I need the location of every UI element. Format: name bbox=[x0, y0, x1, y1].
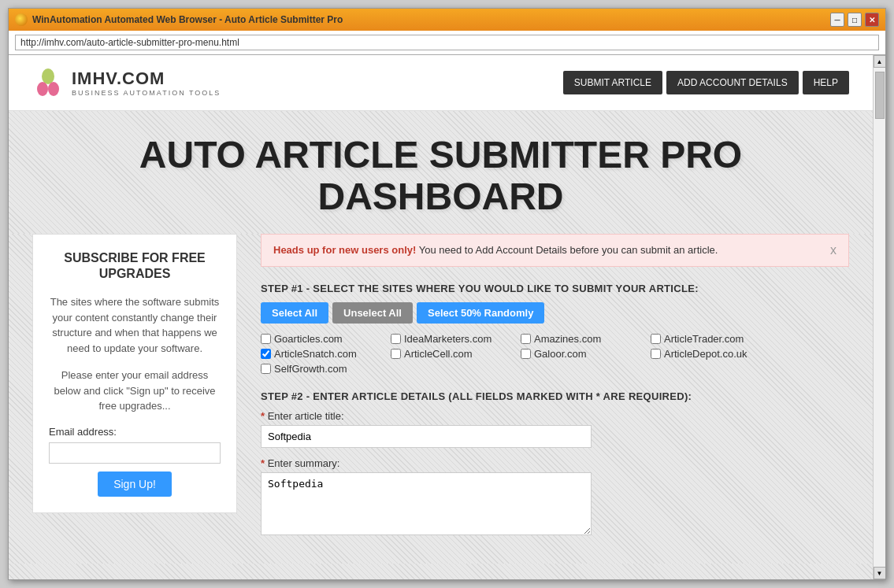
window-controls: ─ □ ✕ bbox=[830, 13, 879, 27]
main-layout: SUBSCRIBE FOR FREE UPGRADES The sites wh… bbox=[9, 234, 873, 564]
site-label-6: Galoor.com bbox=[534, 348, 586, 360]
address-input[interactable] bbox=[15, 35, 879, 50]
alert-bold: Heads up for new users only! bbox=[273, 244, 416, 256]
site-item: ArticleSnatch.com bbox=[261, 348, 379, 360]
site-label-7: ArticleDepot.co.uk bbox=[664, 348, 747, 360]
email-label: Email address: bbox=[49, 426, 221, 438]
site-label-5: ArticleCell.com bbox=[404, 348, 473, 360]
title-bar-left: WinAutomation Automated Web Browser - Au… bbox=[15, 13, 343, 26]
svg-point-0 bbox=[42, 68, 54, 84]
site-selection-buttons: Select All Unselect All Select 50% Rando… bbox=[261, 302, 849, 324]
step2-section: STEP #2 - ENTER ARTICLE DETAILS (ALL FIE… bbox=[261, 390, 849, 538]
step2-title: STEP #2 - ENTER ARTICLE DETAILS (ALL FIE… bbox=[261, 390, 849, 402]
site-item: SelfGrowth.com bbox=[261, 363, 379, 375]
address-bar bbox=[9, 31, 885, 55]
help-button[interactable]: HELP bbox=[803, 71, 849, 94]
site-item: ArticleCell.com bbox=[391, 348, 509, 360]
article-title-input[interactable] bbox=[261, 425, 592, 448]
sites-grid: Goarticles.comIdeaMarketers.comAmazines.… bbox=[261, 333, 849, 375]
site-label-1: IdeaMarketers.com bbox=[404, 333, 492, 345]
svg-point-1 bbox=[37, 82, 48, 96]
main-content-area: Heads up for new users only! You need to… bbox=[261, 234, 849, 548]
site-label-4: ArticleSnatch.com bbox=[274, 348, 357, 360]
article-summary-textarea[interactable] bbox=[261, 472, 592, 535]
site-item: ArticleDepot.co.uk bbox=[651, 348, 769, 360]
subscribe-text: The sites where the software submits you… bbox=[49, 294, 221, 356]
alert-text: Heads up for new users only! You need to… bbox=[273, 244, 718, 256]
browser-window: WinAutomation Automated Web Browser - Au… bbox=[8, 8, 886, 580]
article-title-group: * Enter article title: bbox=[261, 410, 849, 448]
site-checkbox-7[interactable] bbox=[651, 349, 661, 359]
site-item: ArticleTrader.com bbox=[651, 333, 769, 345]
site-item: Galoor.com bbox=[521, 348, 639, 360]
site-item: Amazines.com bbox=[521, 333, 639, 345]
logo-brand: IMHV.COM bbox=[72, 68, 221, 89]
site-checkbox-1[interactable] bbox=[391, 334, 401, 344]
logo-icon bbox=[32, 67, 64, 98]
site-checkbox-2[interactable] bbox=[521, 334, 531, 344]
app-icon bbox=[15, 13, 28, 26]
unselect-all-button[interactable]: Unselect All bbox=[332, 302, 413, 324]
select-50-button[interactable]: Select 50% Randomly bbox=[417, 302, 544, 324]
browser-content: IMHV.COM BUSINESS AUTOMATION TOOLS SUBMI… bbox=[9, 55, 885, 579]
alert-close-button[interactable]: x bbox=[830, 244, 837, 257]
required-star: * bbox=[261, 410, 265, 422]
alert-box: Heads up for new users only! You need to… bbox=[261, 234, 849, 267]
article-summary-label: * Enter summary: bbox=[261, 457, 849, 469]
email-input[interactable] bbox=[49, 442, 221, 464]
article-title-label: * Enter article title: bbox=[261, 410, 849, 422]
scrollbar[interactable]: ▲ ▼ bbox=[873, 55, 885, 579]
subscribe-title: SUBSCRIBE FOR FREE UPGRADES bbox=[49, 250, 221, 283]
scroll-up-button[interactable]: ▲ bbox=[874, 55, 886, 68]
site-item: Goarticles.com bbox=[261, 333, 379, 345]
site-checkbox-6[interactable] bbox=[521, 349, 531, 359]
site-item: IdeaMarketers.com bbox=[391, 333, 509, 345]
title-bar: WinAutomation Automated Web Browser - Au… bbox=[9, 9, 885, 31]
window-title: WinAutomation Automated Web Browser - Au… bbox=[32, 14, 343, 25]
page-title: AUTO ARTICLE SUBMITTER PRO DASHBOARD bbox=[24, 135, 857, 218]
close-button[interactable]: ✕ bbox=[865, 13, 879, 27]
subscribe-text2: Please enter your email address below an… bbox=[49, 368, 221, 414]
maximize-button[interactable]: □ bbox=[848, 13, 862, 27]
site-checkbox-4[interactable] bbox=[261, 349, 271, 359]
site-checkbox-8[interactable] bbox=[261, 364, 271, 374]
subscribe-box: SUBSCRIBE FOR FREE UPGRADES The sites wh… bbox=[32, 234, 237, 513]
site-checkbox-5[interactable] bbox=[391, 349, 401, 359]
scroll-down-button[interactable]: ▼ bbox=[874, 567, 886, 579]
alert-message: You need to Add Account Details before y… bbox=[416, 244, 718, 256]
select-all-button[interactable]: Select All bbox=[261, 302, 328, 324]
site-label-3: ArticleTrader.com bbox=[664, 333, 744, 345]
minimize-button[interactable]: ─ bbox=[830, 13, 844, 27]
step1-section: STEP #1 - SELECT THE SITES WHERE YOU WOU… bbox=[261, 283, 849, 375]
site-checkbox-0[interactable] bbox=[261, 334, 271, 344]
site-checkbox-3[interactable] bbox=[651, 334, 661, 344]
logo-tagline: BUSINESS AUTOMATION TOOLS bbox=[72, 89, 221, 97]
sidebar: SUBSCRIBE FOR FREE UPGRADES The sites wh… bbox=[32, 234, 261, 548]
logo-area: IMHV.COM BUSINESS AUTOMATION TOOLS bbox=[32, 67, 221, 98]
scroll-thumb[interactable] bbox=[875, 72, 885, 119]
add-account-button[interactable]: ADD ACCOUNT DETAILS bbox=[666, 71, 799, 94]
signup-button[interactable]: Sign Up! bbox=[98, 472, 172, 497]
site-label-2: Amazines.com bbox=[534, 333, 601, 345]
header-buttons: SUBMIT ARTICLE ADD ACCOUNT DETAILS HELP bbox=[563, 71, 849, 94]
svg-point-2 bbox=[48, 82, 59, 96]
required-star-2: * bbox=[261, 457, 265, 469]
site-header: IMHV.COM BUSINESS AUTOMATION TOOLS SUBMI… bbox=[9, 55, 873, 111]
site-label-8: SelfGrowth.com bbox=[274, 363, 347, 375]
hero-section: AUTO ARTICLE SUBMITTER PRO DASHBOARD bbox=[9, 111, 873, 234]
submit-article-button[interactable]: SUBMIT ARTICLE bbox=[563, 71, 662, 94]
logo-text-area: IMHV.COM BUSINESS AUTOMATION TOOLS bbox=[72, 68, 221, 97]
site-label-0: Goarticles.com bbox=[274, 333, 343, 345]
article-summary-group: * Enter summary: bbox=[261, 457, 849, 538]
scroll-track bbox=[874, 68, 885, 567]
page-content: IMHV.COM BUSINESS AUTOMATION TOOLS SUBMI… bbox=[9, 55, 873, 579]
step1-title: STEP #1 - SELECT THE SITES WHERE YOU WOU… bbox=[261, 283, 849, 294]
